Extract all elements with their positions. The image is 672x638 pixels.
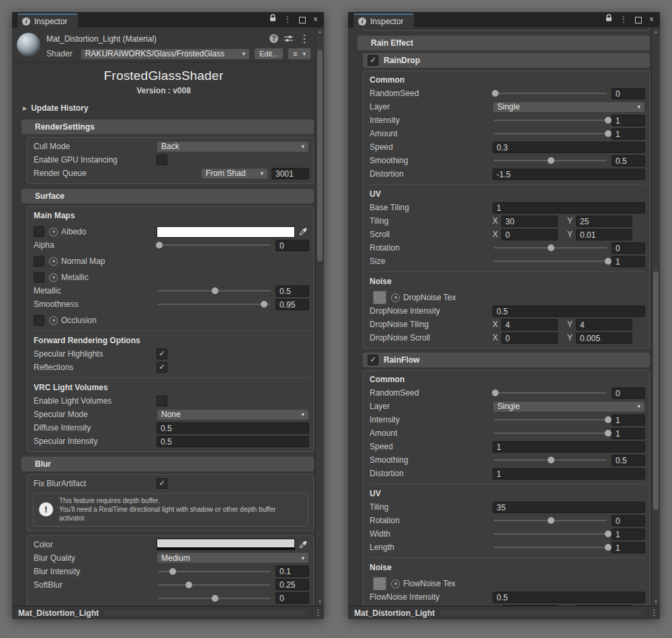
texture-target-icon[interactable] [49,316,58,325]
smoothness-slider[interactable] [157,298,272,311]
length-slider[interactable] [493,541,608,554]
slider-handle[interactable] [185,582,192,588]
section-header-rendersettings[interactable]: RenderSettings [22,120,314,134]
specular-mode-dropdown[interactable]: None▾ [157,409,309,420]
maximize-icon[interactable] [635,17,642,24]
tiling-field[interactable]: 35 [493,502,645,513]
scrollbar-thumb[interactable] [317,50,323,261]
randomseed-value-field[interactable]: 0 [612,88,645,99]
texture-target-icon[interactable] [49,257,58,266]
alpha-value-field[interactable]: 0 [276,240,309,251]
texture-target-icon[interactable] [391,293,400,302]
scrollbar[interactable]: ▲ ▼ [315,28,324,606]
toggle-header-rainflow[interactable]: ✓RainFlow [363,353,650,367]
maximize-icon[interactable] [299,17,306,24]
layer-dropdown[interactable]: Single▾ [493,101,645,113]
dropnoise-tiling-y-field[interactable]: 4 [576,319,632,330]
width-value-field[interactable]: 1 [612,529,645,540]
lock-icon[interactable] [605,12,612,28]
intensity-value-field[interactable]: 1 [612,115,645,126]
scrollbar[interactable]: ▲ ▼ [651,28,660,606]
material-preview-sphere[interactable] [17,33,40,56]
blur-quality-dropdown[interactable]: Medium▾ [157,552,309,563]
slider-handle[interactable] [548,244,554,251]
enable-light-volumes-checkbox[interactable] [157,396,167,406]
speed-field[interactable]: 0.3 [493,142,645,153]
smoothing-value-field[interactable]: 0.5 [612,155,645,167]
occlusion-toggle[interactable] [34,315,44,326]
context-menu-icon[interactable]: ⋮ [299,32,310,45]
cull-mode-dropdown[interactable]: Back▾ [157,141,309,152]
randomseed-slider[interactable] [493,386,608,400]
render-queue-dropdown[interactable]: From Shad▾ [201,168,268,179]
size-slider[interactable] [493,255,608,268]
albedo-color-swatch[interactable] [157,226,295,238]
close-icon[interactable]: × [313,12,318,28]
size-value-field[interactable]: 1 [612,256,645,267]
scroll-x-field[interactable]: 0 [501,229,558,240]
randomseed-slider[interactable] [493,87,608,100]
amount-value-field[interactable]: 1 [612,128,645,140]
metallic-toggle[interactable] [34,272,44,283]
flownoise-intensity-field[interactable]: 0.5 [493,592,645,603]
slider-handle[interactable] [605,544,612,551]
reflections-checkbox[interactable]: ✓ [157,362,167,373]
window-menu-icon[interactable]: ⋮ [620,12,628,28]
amount-value-field[interactable]: 1 [612,428,645,439]
smoothing-value-field[interactable]: 0.5 [612,455,645,466]
tiling-x-field[interactable]: 30 [501,216,558,227]
layer-dropdown[interactable]: Single▾ [493,401,645,412]
lock-icon[interactable] [269,12,276,28]
scroll-y-field[interactable]: 0.01 [576,229,632,240]
amount-slider[interactable] [493,127,608,140]
intensity-value-field[interactable]: 1 [612,414,645,426]
edit-shader-button[interactable]: Edit... [254,48,284,60]
metallic-slider[interactable] [157,284,272,298]
intensity-slider[interactable] [493,413,608,426]
albedo-toggle[interactable] [34,226,44,237]
dropnoise-intensity-field[interactable]: 0.5 [493,306,645,317]
slider-handle[interactable] [605,531,612,537]
rotation-slider[interactable] [493,241,608,255]
enable-gpu-instancing-checkbox[interactable] [157,154,167,165]
foldout-update-history[interactable]: ▶Update History [12,95,315,115]
slider-handle[interactable] [548,517,554,524]
softblur-slider[interactable] [157,578,272,592]
blur-intensity-value-field[interactable]: 0.1 [276,565,309,577]
eyedropper-icon[interactable] [297,226,309,238]
amount-slider[interactable] [493,426,608,440]
slider-handle[interactable] [212,595,218,602]
close-icon[interactable]: × [649,12,654,28]
tiling-y-field[interactable]: 25 [576,216,632,227]
toggle-header-raindrop[interactable]: ✓RainDrop [363,53,650,68]
width-slider[interactable] [493,527,608,541]
section-header-rain-effect[interactable]: Rain Effect [358,36,650,50]
alpha-slider[interactable] [157,238,272,252]
slider-handle[interactable] [605,416,612,423]
slider-handle[interactable] [605,430,612,437]
slider-handle[interactable] [492,390,499,396]
distortion-field[interactable]: -1.5 [493,169,645,180]
texture-target-icon[interactable] [391,580,400,588]
rotation-value-field[interactable]: 0 [612,515,645,527]
status-grip[interactable] [441,610,642,615]
smoothing-slider[interactable] [493,453,608,467]
eyedropper-icon[interactable] [297,539,309,550]
color-color-swatch[interactable] [157,539,295,550]
fix-blurartifact-checkbox[interactable]: ✓ [157,478,167,489]
slider-handle[interactable] [605,130,612,137]
dropnoise-tiling-x-field[interactable]: 4 [501,319,558,330]
slider-handle[interactable] [492,90,499,97]
blur-intensity-slider[interactable] [157,565,272,578]
normal-map-toggle[interactable] [34,256,44,267]
status-menu-icon[interactable]: ⋮ [312,606,324,619]
shader-dropdown[interactable]: RAKURAIWORKS/Glass/FrostedGlass ▾ [81,48,250,60]
specular-highlights-checkbox[interactable]: ✓ [157,349,167,359]
softblur-value-field[interactable]: 0.25 [276,579,309,590]
rainflow-enable-checkbox[interactable]: ✓ [368,355,378,365]
smoothing-slider[interactable] [493,154,608,167]
slider-handle[interactable] [548,157,554,164]
row-slider[interactable] [157,592,272,605]
noise-texture-thumbnail[interactable] [373,291,386,304]
speed-field[interactable]: 1 [493,441,645,453]
